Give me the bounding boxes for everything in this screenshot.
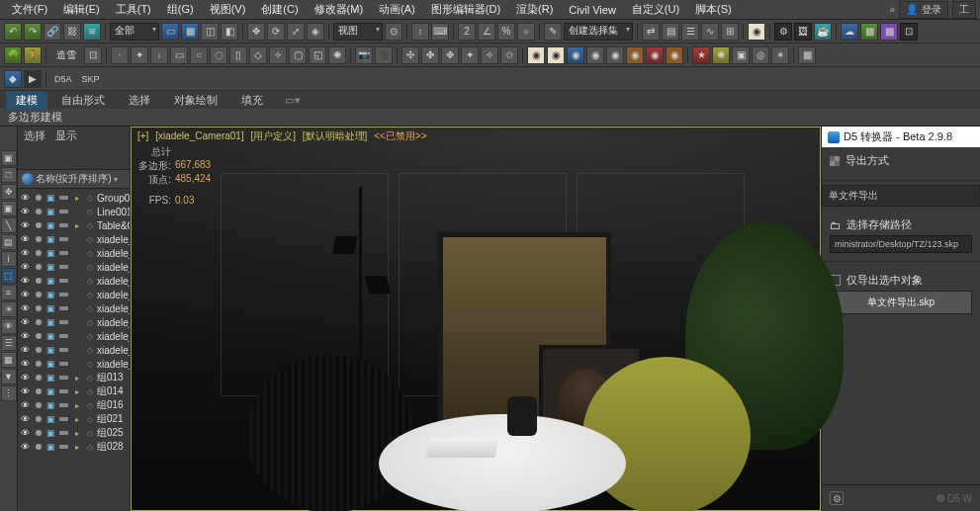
scene-tree-row[interactable]: 👁▣◇xiadele_ bbox=[18, 343, 130, 357]
display-bar-icon[interactable] bbox=[58, 414, 69, 425]
render-setup-button[interactable]: ⚙ bbox=[774, 23, 792, 41]
visibility-eye-icon[interactable]: 👁 bbox=[20, 234, 31, 245]
render-cam-icon[interactable]: ▣ bbox=[45, 317, 56, 328]
play-button[interactable]: ▶ bbox=[24, 70, 42, 88]
autodesk-a360-button[interactable]: ☁ bbox=[841, 23, 858, 41]
fx-3-button[interactable]: ▣ bbox=[732, 46, 750, 64]
move-button[interactable]: ✥ bbox=[247, 23, 265, 41]
named-selection-dropdown[interactable]: 创建选择集 bbox=[564, 23, 633, 41]
display-bar-icon[interactable] bbox=[58, 234, 69, 245]
render-cam-icon[interactable]: ▣ bbox=[45, 290, 56, 300]
login-button[interactable]: 👤 登录 bbox=[899, 1, 948, 19]
scene-tree-row[interactable]: 👁▣▸◇组028 bbox=[18, 440, 130, 454]
cmd-more-icon[interactable]: ⋮ bbox=[1, 385, 17, 401]
cam-free-button[interactable]: 📷 bbox=[355, 46, 373, 64]
scene-tab-select[interactable]: 选择 bbox=[24, 128, 45, 143]
visibility-eye-icon[interactable]: 👁 bbox=[20, 207, 31, 217]
mirror-button[interactable]: ⇄ bbox=[642, 23, 660, 41]
scene-tree-row[interactable]: 👁▣▸◇组014 bbox=[18, 384, 130, 398]
scene-tree-row[interactable]: 👁▣▸◇Table&C bbox=[18, 218, 130, 232]
display-bar-icon[interactable] bbox=[58, 373, 69, 383]
use-center-button[interactable]: ⊙ bbox=[385, 23, 402, 41]
display-bar-icon[interactable] bbox=[58, 207, 69, 217]
light-dir-button[interactable]: ↓ bbox=[150, 46, 168, 64]
cmd-info-icon[interactable]: i bbox=[1, 251, 17, 267]
render-cam-icon[interactable]: ▣ bbox=[45, 303, 56, 314]
angle-snap-button[interactable]: ∠ bbox=[478, 23, 495, 41]
freeze-dot-icon[interactable] bbox=[33, 193, 44, 204]
menu-create[interactable]: 创建(C) bbox=[253, 0, 306, 19]
scene-tree-row[interactable]: 👁▣◇Line001 bbox=[18, 205, 130, 218]
percent-snap-button[interactable]: % bbox=[497, 23, 515, 41]
expand-icon[interactable]: ▸ bbox=[71, 386, 82, 397]
helpers-a-button[interactable]: ✣ bbox=[401, 46, 419, 64]
undo-button[interactable]: ↶ bbox=[4, 23, 22, 41]
render-cam-icon[interactable]: ▣ bbox=[45, 220, 56, 231]
freeze-dot-icon[interactable] bbox=[33, 248, 44, 259]
viewport-plus[interactable]: [+] bbox=[135, 130, 150, 141]
ribbon-tab-modeling[interactable]: 建模 bbox=[6, 91, 47, 110]
scene-tree-row[interactable]: 👁▣◇xiadele_ bbox=[18, 288, 130, 301]
visibility-eye-icon[interactable]: 👁 bbox=[20, 428, 31, 439]
menu-modifiers[interactable]: 修改器(M) bbox=[307, 0, 372, 19]
expand-icon[interactable]: ▸ bbox=[71, 373, 82, 383]
visibility-eye-icon[interactable]: 👁 bbox=[20, 414, 31, 425]
light-spot-button[interactable]: ✦ bbox=[131, 46, 148, 64]
expand-icon[interactable]: ▸ bbox=[71, 428, 82, 439]
edit-selection-button[interactable]: ✎ bbox=[544, 23, 562, 41]
layers-button[interactable]: ☰ bbox=[681, 23, 699, 41]
cam-target-button[interactable]: 🎥 bbox=[375, 46, 393, 64]
scene-tab-display[interactable]: 显示 bbox=[55, 128, 77, 143]
fx-5-button[interactable]: ✶ bbox=[771, 46, 789, 64]
visibility-eye-icon[interactable]: 👁 bbox=[20, 303, 31, 314]
render-cam-icon[interactable]: ▣ bbox=[45, 262, 56, 273]
preset-3-button[interactable]: ◉ bbox=[567, 46, 584, 64]
render-cam-icon[interactable]: ▣ bbox=[45, 373, 56, 383]
display-bar-icon[interactable] bbox=[58, 276, 69, 287]
helpers-f-button[interactable]: ✩ bbox=[500, 46, 518, 64]
scene-tree-row[interactable]: 👁▣▸◇组021 bbox=[18, 412, 130, 426]
visibility-eye-icon[interactable]: 👁 bbox=[20, 290, 31, 300]
export-skp-button[interactable]: 单文件导出.skp bbox=[830, 291, 972, 314]
viewport-camera[interactable]: [xiadele_Camera01] bbox=[153, 130, 246, 141]
helpers-d-button[interactable]: ✦ bbox=[461, 46, 479, 64]
settings-gear-icon[interactable]: ⚙ bbox=[830, 491, 844, 505]
light-skyportal-button[interactable]: ◱ bbox=[309, 46, 326, 64]
freeze-dot-icon[interactable] bbox=[33, 345, 44, 356]
menu-group[interactable]: 组(G) bbox=[159, 0, 202, 19]
unlink-button[interactable]: ⛓ bbox=[63, 23, 81, 41]
select-manipulate-button[interactable]: ↕ bbox=[411, 23, 429, 41]
render-cam-icon[interactable]: ▣ bbox=[45, 207, 56, 217]
viewport-shading[interactable]: [默认明暗处理] bbox=[301, 130, 370, 141]
window-crossing-button[interactable]: ◧ bbox=[221, 23, 238, 41]
cmd-box-icon[interactable]: □ bbox=[1, 167, 17, 183]
select-by-name-button[interactable]: ▦ bbox=[181, 23, 199, 41]
display-bar-icon[interactable] bbox=[58, 442, 69, 453]
display-bar-icon[interactable] bbox=[58, 317, 69, 328]
display-bar-icon[interactable] bbox=[58, 303, 69, 314]
visibility-eye-icon[interactable]: 👁 bbox=[20, 331, 31, 342]
schematic-view-button[interactable]: ⊞ bbox=[721, 23, 739, 41]
display-bar-icon[interactable] bbox=[58, 262, 69, 273]
menu-rendering[interactable]: 渲染(R) bbox=[508, 0, 561, 19]
keyboard-shortcut-button[interactable]: ⌨ bbox=[431, 23, 449, 41]
scene-tree-row[interactable]: 👁▣◇xiadele_ bbox=[18, 260, 130, 274]
cmd-list-icon[interactable]: ☰ bbox=[1, 335, 17, 351]
scene-tree-row[interactable]: 👁▣◇xiadele_ bbox=[18, 301, 130, 315]
visibility-eye-icon[interactable]: 👁 bbox=[20, 442, 31, 453]
freeze-dot-icon[interactable] bbox=[33, 331, 44, 342]
light-area-button[interactable]: ▭ bbox=[170, 46, 188, 64]
render-production-button[interactable]: ☕ bbox=[814, 23, 832, 41]
render-cam-icon[interactable]: ▣ bbox=[45, 386, 56, 397]
person-icon[interactable]: 🚶 bbox=[24, 46, 42, 64]
scene-tree[interactable]: 👁▣▸◇Group00👁▣◇Line001👁▣▸◇Table&C👁▣◇xiade… bbox=[18, 189, 130, 456]
scene-tree-row[interactable]: 👁▣◇xiadele_ bbox=[18, 274, 130, 288]
display-bar-icon[interactable] bbox=[58, 400, 69, 411]
freeze-dot-icon[interactable] bbox=[33, 262, 44, 273]
visibility-eye-icon[interactable]: 👁 bbox=[20, 317, 31, 328]
preset-1-button[interactable]: ◉ bbox=[527, 46, 545, 64]
visibility-eye-icon[interactable]: 👁 bbox=[20, 248, 31, 259]
cmd-layers-icon[interactable]: ≡ bbox=[1, 285, 17, 300]
helpers-c-button[interactable]: ✥ bbox=[441, 46, 459, 64]
freeze-dot-icon[interactable] bbox=[33, 414, 44, 425]
